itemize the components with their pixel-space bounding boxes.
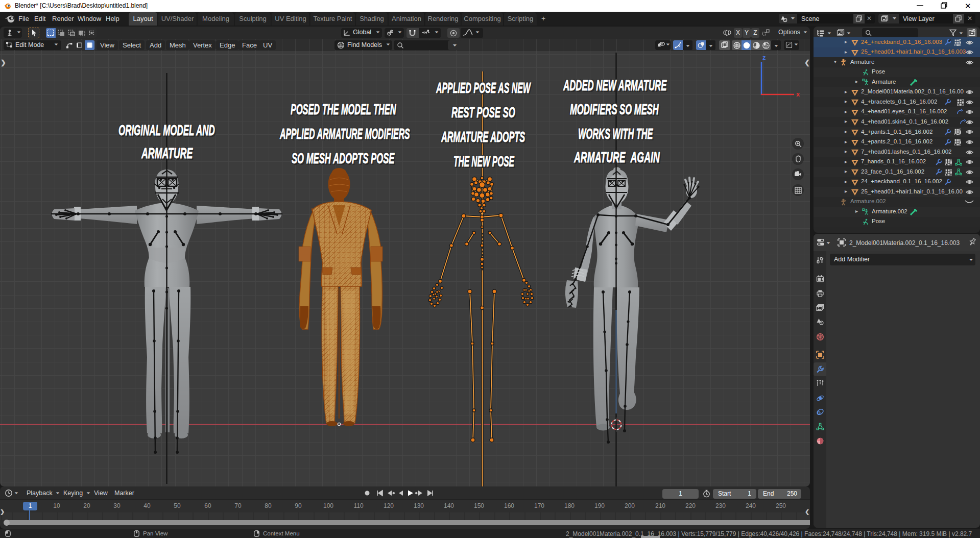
- svg-text:x: x: [796, 90, 800, 98]
- svg-text:z: z: [762, 54, 766, 61]
